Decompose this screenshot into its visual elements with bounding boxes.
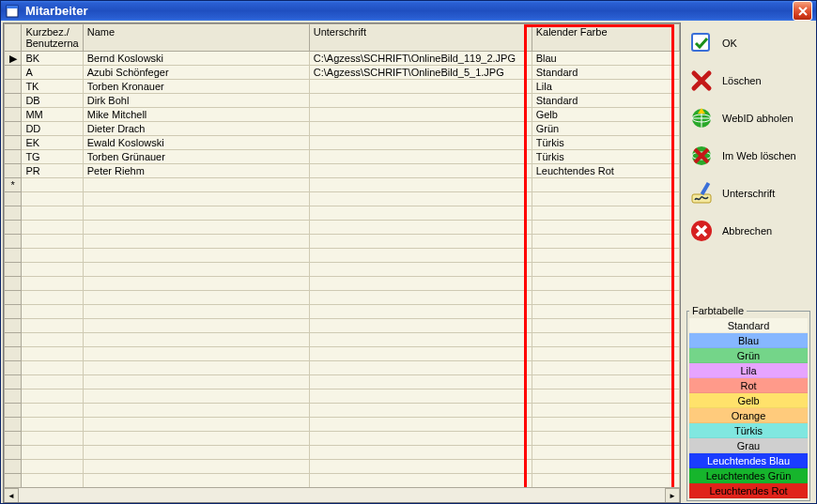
ok-button[interactable]: OK xyxy=(685,24,812,62)
cell-name[interactable]: Bernd Koslowski xyxy=(83,52,309,66)
cell-name[interactable]: Dieter Drach xyxy=(83,122,309,136)
table-row[interactable] xyxy=(5,221,680,235)
cell-unterschrift[interactable] xyxy=(309,80,532,94)
table-row[interactable]: TKTorben KronauerLila xyxy=(5,80,680,94)
col-header-farbe[interactable]: Kalender Farbe xyxy=(532,24,679,52)
cell-name[interactable]: Ewald Koslowski xyxy=(83,136,309,150)
color-swatch[interactable]: Grün xyxy=(689,348,808,363)
cell-kurz[interactable]: TK xyxy=(22,80,83,94)
color-swatch[interactable]: Türkis xyxy=(689,423,808,438)
table-row[interactable]: DDDieter DrachGrün xyxy=(5,122,680,136)
loeschen-button[interactable]: Löschen xyxy=(685,62,812,99)
scroll-track[interactable] xyxy=(19,488,665,502)
cell-kurz[interactable]: EK xyxy=(22,136,83,150)
color-swatch[interactable]: Leuchtendes Blau xyxy=(689,453,808,468)
table-row[interactable] xyxy=(5,192,680,206)
cell-unterschrift[interactable] xyxy=(309,150,532,164)
cell-farbe[interactable]: Standard xyxy=(532,94,679,108)
table-row[interactable] xyxy=(5,418,680,432)
cell-kurz[interactable]: A xyxy=(22,66,83,80)
horizontal-scrollbar[interactable]: ◄ ► xyxy=(4,487,680,502)
color-swatch[interactable]: Gelb xyxy=(689,393,808,408)
cell-name[interactable]: Azubi Schönfeger xyxy=(83,66,309,80)
color-swatch[interactable]: Standard xyxy=(689,318,808,333)
abbrechen-button[interactable]: Abbrechen xyxy=(685,212,812,250)
cell-farbe[interactable]: Blau xyxy=(532,52,679,66)
cell-kurz[interactable]: DD xyxy=(22,122,83,136)
imweb-button[interactable]: Im Web löschen xyxy=(685,137,812,175)
cell-farbe[interactable]: Türkis xyxy=(532,150,679,164)
cell-kurz[interactable] xyxy=(22,178,83,192)
cell-farbe[interactable] xyxy=(532,178,679,192)
col-header-kurz[interactable]: Kurzbez./Benutzerna xyxy=(22,24,83,52)
cell-kurz[interactable]: DB xyxy=(22,94,83,108)
table-row[interactable] xyxy=(5,305,680,319)
cell-name[interactable]: Mike Mitchell xyxy=(83,108,309,122)
row-marker xyxy=(5,80,22,94)
color-swatch[interactable]: Rot xyxy=(689,378,808,393)
table-row[interactable]: EKEwald KoslowskiTürkis xyxy=(5,136,680,150)
table-row[interactable] xyxy=(5,432,680,446)
table-row[interactable] xyxy=(5,375,680,389)
col-header-name[interactable]: Name xyxy=(83,24,309,52)
color-swatch[interactable]: Orange xyxy=(689,408,808,423)
cell-kurz[interactable]: TG xyxy=(22,150,83,164)
table-row[interactable]: ▶BKBernd KoslowskiC:\Agzess\SCHRIFT\Onli… xyxy=(5,52,680,66)
table-row[interactable]: * xyxy=(5,178,680,192)
cell-unterschrift[interactable] xyxy=(309,94,532,108)
close-button[interactable] xyxy=(793,1,812,21)
color-swatch[interactable]: Leuchtendes Grün xyxy=(689,468,808,483)
table-row[interactable] xyxy=(5,263,680,277)
table-row[interactable]: DBDirk BohlStandard xyxy=(5,94,680,108)
cell-unterschrift[interactable] xyxy=(309,136,532,150)
table-row[interactable] xyxy=(5,446,680,460)
cell-unterschrift[interactable] xyxy=(309,178,532,192)
scroll-right-button[interactable]: ► xyxy=(665,488,680,503)
cell-farbe[interactable]: Standard xyxy=(532,66,679,80)
cell-kurz[interactable]: BK xyxy=(22,52,83,66)
cell-unterschrift[interactable] xyxy=(309,122,532,136)
table-row[interactable] xyxy=(5,474,680,488)
cell-unterschrift[interactable] xyxy=(309,164,532,178)
table-row[interactable]: TGTorben GrünauerTürkis xyxy=(5,150,680,164)
table-row[interactable] xyxy=(5,333,680,347)
table-row[interactable] xyxy=(5,206,680,221)
cell-name[interactable] xyxy=(83,178,309,192)
table-row[interactable] xyxy=(5,361,680,375)
color-swatch[interactable]: Leuchtendes Rot xyxy=(689,483,808,498)
cell-name[interactable]: Peter Riehm xyxy=(83,164,309,178)
scroll-left-button[interactable]: ◄ xyxy=(4,488,19,503)
table-row[interactable] xyxy=(5,277,680,291)
cell-kurz[interactable]: PR xyxy=(22,164,83,178)
table-row[interactable] xyxy=(5,389,680,404)
table-row[interactable] xyxy=(5,235,680,249)
unterschrift-button[interactable]: Unterschrift xyxy=(685,175,812,212)
col-header-unterschrift[interactable]: Unterschrift xyxy=(309,24,532,52)
table-row[interactable]: MMMike MitchellGelb xyxy=(5,108,680,122)
cell-unterschrift[interactable]: C:\Agzess\SCHRIFT\OnlineBild_119_2.JPG xyxy=(309,52,532,66)
webid-button[interactable]: WebID abholen xyxy=(685,99,812,137)
cell-unterschrift[interactable]: C:\Agzess\SCHRIFT\OnlineBild_5_1.JPG xyxy=(309,66,532,80)
cell-kurz[interactable]: MM xyxy=(22,108,83,122)
cell-name[interactable]: Torben Grünauer xyxy=(83,150,309,164)
cell-farbe[interactable]: Leuchtendes Rot xyxy=(532,164,679,178)
color-swatch[interactable]: Lila xyxy=(689,363,808,378)
table-row[interactable]: PRPeter RiehmLeuchtendes Rot xyxy=(5,164,680,178)
cell-name[interactable]: Dirk Bohl xyxy=(83,94,309,108)
table-row[interactable] xyxy=(5,319,680,333)
cell-farbe[interactable]: Türkis xyxy=(532,136,679,150)
color-swatch[interactable]: Grau xyxy=(689,438,808,453)
table-row[interactable]: AAzubi SchönfegerC:\Agzess\SCHRIFT\Onlin… xyxy=(5,66,680,80)
cell-name[interactable]: Torben Kronauer xyxy=(83,80,309,94)
table-row[interactable] xyxy=(5,347,680,361)
cell-farbe[interactable]: Gelb xyxy=(532,108,679,122)
table-row[interactable] xyxy=(5,460,680,474)
table-row[interactable] xyxy=(5,404,680,418)
cell-unterschrift[interactable] xyxy=(309,108,532,122)
color-swatch[interactable]: Blau xyxy=(689,333,808,348)
cell-farbe[interactable]: Grün xyxy=(532,122,679,136)
cell-farbe[interactable]: Lila xyxy=(532,80,679,94)
employee-grid[interactable]: Kurzbez./Benutzerna Name Unterschrift Ka… xyxy=(4,23,680,502)
table-row[interactable] xyxy=(5,249,680,263)
table-row[interactable] xyxy=(5,291,680,305)
